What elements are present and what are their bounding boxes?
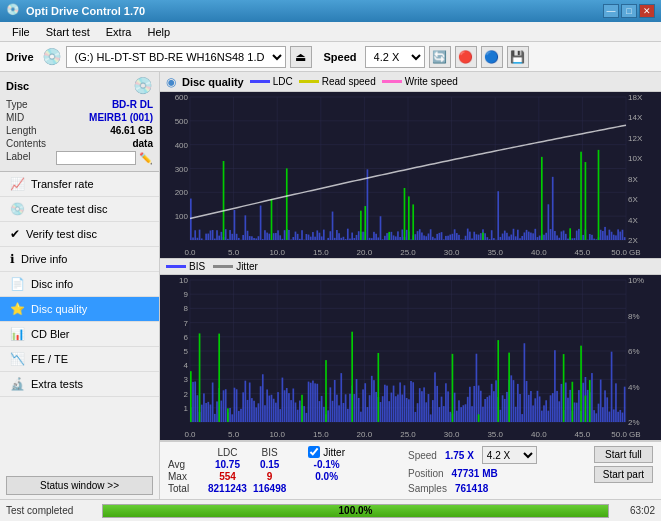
extra-tests-icon: 🔬: [10, 377, 25, 391]
jitter-label: Jitter: [323, 447, 345, 458]
disc-length-label: Length: [6, 125, 37, 136]
disc-panel-title: Disc: [6, 80, 29, 92]
stats-header-row: LDC BIS Jitter: [168, 446, 351, 459]
disc-length-row: Length 46.61 GB: [6, 125, 153, 136]
sidebar-label-disc-info: Disc info: [31, 278, 73, 290]
max-bis: 9: [253, 471, 292, 483]
eject-button[interactable]: ⏏: [290, 46, 312, 68]
menu-file[interactable]: File: [4, 24, 38, 40]
sidebar-item-cd-bler[interactable]: 📊 CD Bler: [0, 322, 159, 347]
refresh-button[interactable]: 🔄: [429, 46, 451, 68]
position-row: Position 47731 MB: [408, 468, 537, 479]
color-button[interactable]: 🔵: [481, 46, 503, 68]
sidebar-item-transfer-rate[interactable]: 📈 Transfer rate: [0, 172, 159, 197]
main-content: Disc 💿 Type BD-R DL MID MEIRB1 (001) Len…: [0, 72, 661, 499]
disc-info-icon: 📄: [10, 277, 25, 291]
bottom-chart-header: BIS Jitter: [160, 259, 661, 275]
action-buttons: Start full Start part: [594, 446, 653, 483]
avg-jitter: -0.1%: [308, 459, 351, 471]
avg-ldc: 10.75: [208, 459, 253, 471]
legend-jitter-color: [213, 265, 233, 268]
disc-mid-row: MID MEIRB1 (001): [6, 112, 153, 123]
disc-mid-label: MID: [6, 112, 24, 123]
sidebar-nav: 📈 Transfer rate 💿 Create test disc ✔ Ver…: [0, 172, 159, 472]
legend-ldc-label: LDC: [273, 76, 293, 87]
legend-read-speed-color: [299, 80, 319, 83]
progress-time: 63:02: [615, 505, 655, 516]
right-panel: ◉ Disc quality LDC Read speed Write spee…: [160, 72, 661, 499]
legend-read-speed: Read speed: [299, 76, 376, 87]
chart-title: Disc quality: [182, 76, 244, 88]
sidebar-item-extra-tests[interactable]: 🔬 Extra tests: [0, 372, 159, 397]
max-label: Max: [168, 471, 208, 483]
legend-write-speed-color: [382, 80, 402, 83]
legend-write-speed-label: Write speed: [405, 76, 458, 87]
sidebar: Disc 💿 Type BD-R DL MID MEIRB1 (001) Len…: [0, 72, 160, 499]
sidebar-item-disc-info[interactable]: 📄 Disc info: [0, 272, 159, 297]
disc-contents-value: data: [132, 138, 153, 149]
avg-bis: 0.15: [253, 459, 292, 471]
settings-button[interactable]: 🔴: [455, 46, 477, 68]
position-label: Position: [408, 468, 444, 479]
label-edit-icon[interactable]: ✏️: [139, 152, 153, 165]
stats-bis-header: BIS: [253, 446, 292, 459]
test-speed-select[interactable]: 4.2 X: [482, 446, 537, 464]
minimize-button[interactable]: —: [603, 4, 619, 18]
chart-header: ◉ Disc quality LDC Read speed Write spee…: [160, 72, 661, 92]
legend-ldc: LDC: [250, 76, 293, 87]
sidebar-label-extra-tests: Extra tests: [31, 378, 83, 390]
disc-mid-value: MEIRB1 (001): [89, 112, 153, 123]
speed-select[interactable]: 4.2 X: [365, 46, 425, 68]
bottom-chart-container: [160, 275, 661, 441]
menu-help[interactable]: Help: [139, 24, 178, 40]
stats-total-row: Total 8211243 116498: [168, 483, 351, 495]
stats-avg-row: Avg 10.75 0.15 -0.1%: [168, 459, 351, 471]
drive-info-icon: ℹ: [10, 252, 15, 266]
disc-label-row: Label ✏️: [6, 151, 153, 165]
sidebar-item-disc-quality[interactable]: ⭐ Disc quality: [0, 297, 159, 322]
maximize-button[interactable]: □: [621, 4, 637, 18]
drive-select[interactable]: (G:) HL-DT-ST BD-RE WH16NS48 1.D3: [66, 46, 286, 68]
top-chart-canvas: [160, 92, 661, 258]
fe-te-icon: 📉: [10, 352, 25, 366]
position-value: 47731 MB: [452, 468, 498, 479]
status-window-button[interactable]: Status window >>: [6, 476, 153, 495]
legend-bis-label: BIS: [189, 261, 205, 272]
progress-bar: 100.0%: [102, 504, 609, 518]
cd-bler-icon: 📊: [10, 327, 25, 341]
max-jitter: 0.0%: [308, 471, 351, 483]
disc-label-input[interactable]: [56, 151, 136, 165]
stats-ldc-header: LDC: [208, 446, 253, 459]
sidebar-item-create-test-disc[interactable]: 💿 Create test disc: [0, 197, 159, 222]
legend-bis: BIS: [166, 261, 205, 272]
start-full-button[interactable]: Start full: [594, 446, 653, 463]
samples-label: Samples: [408, 483, 447, 494]
stats-area: LDC BIS Jitter Avg 10.75 0.1: [160, 441, 661, 499]
sidebar-item-drive-info[interactable]: ℹ Drive info: [0, 247, 159, 272]
total-label: Total: [168, 483, 208, 495]
verify-test-disc-icon: ✔: [10, 227, 20, 241]
stats-row-main: LDC BIS Jitter Avg 10.75 0.1: [168, 446, 653, 495]
max-ldc: 554: [208, 471, 253, 483]
stats-table: LDC BIS Jitter Avg 10.75 0.1: [168, 446, 351, 495]
app-title: Opti Drive Control 1.70: [26, 5, 603, 17]
top-chart-container: [160, 92, 661, 259]
speed-info-label: Speed: [408, 450, 437, 461]
samples-row: Samples 761418: [408, 483, 537, 494]
menu-start-test[interactable]: Start test: [38, 24, 98, 40]
close-button[interactable]: ✕: [639, 4, 655, 18]
drive-label: Drive: [6, 51, 34, 63]
sidebar-label-cd-bler: CD Bler: [31, 328, 70, 340]
start-part-button[interactable]: Start part: [594, 466, 653, 483]
stats-max-row: Max 554 9 0.0%: [168, 471, 351, 483]
legend-jitter: Jitter: [213, 261, 258, 272]
menu-extra[interactable]: Extra: [98, 24, 140, 40]
sidebar-item-verify-test-disc[interactable]: ✔ Verify test disc: [0, 222, 159, 247]
samples-value: 761418: [455, 483, 488, 494]
bottom-chart-canvas: [160, 275, 661, 440]
sidebar-item-fe-te[interactable]: 📉 FE / TE: [0, 347, 159, 372]
sidebar-label-fe-te: FE / TE: [31, 353, 68, 365]
jitter-checkbox[interactable]: [308, 446, 320, 458]
speed-label: Speed: [324, 51, 357, 63]
save-button[interactable]: 💾: [507, 46, 529, 68]
